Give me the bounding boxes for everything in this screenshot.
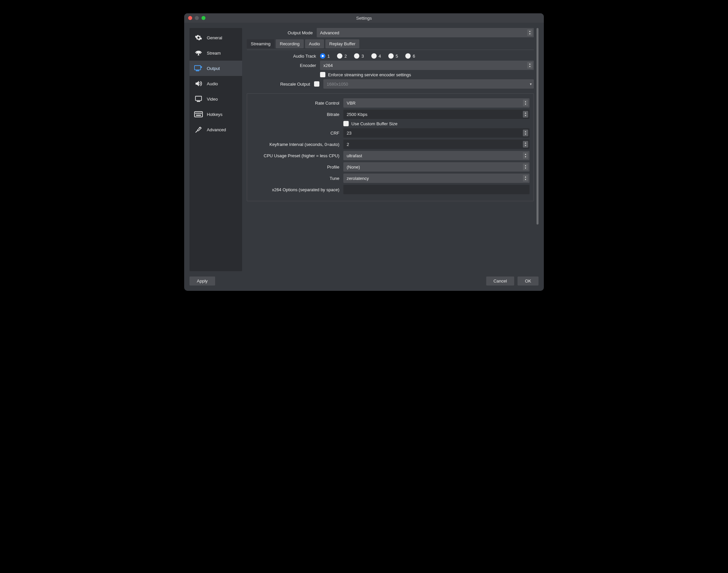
svg-rect-6	[195, 113, 196, 114]
radio-icon	[371, 53, 377, 59]
profile-select[interactable]: (None)	[343, 162, 529, 171]
window-title: Settings	[184, 16, 544, 21]
tune-row: Tune zerolatency	[248, 173, 529, 183]
output-tabs: Streaming Recording Audio Replay Buffer	[247, 39, 534, 48]
sidebar-item-hotkeys[interactable]: Hotkeys	[189, 107, 242, 122]
encoder-row: Encoder x264	[247, 61, 534, 70]
bitrate-input[interactable]: 2500 Kbps	[343, 110, 529, 119]
stepper-icon	[523, 175, 528, 181]
tab-audio[interactable]: Audio	[305, 39, 324, 48]
output-mode-value: Advanced	[320, 30, 339, 35]
broadcast-icon	[194, 49, 203, 57]
sidebar-item-video[interactable]: Video	[189, 91, 242, 107]
sidebar-item-label: Output	[207, 66, 220, 71]
encoder-value: x264	[323, 63, 333, 68]
monitor-icon	[194, 95, 203, 103]
sidebar-item-audio[interactable]: Audio	[189, 76, 242, 91]
audio-track-radio-4[interactable]: 4	[371, 53, 381, 59]
sidebar-item-label: General	[207, 35, 222, 40]
rescale-label: Rescale Output	[247, 82, 311, 87]
keyframe-input[interactable]: 2	[343, 140, 529, 149]
apply-button[interactable]: Apply	[189, 276, 215, 285]
settings-window: Settings General Stream Output	[184, 13, 544, 291]
close-icon[interactable]	[188, 16, 192, 20]
sidebar-item-label: Advanced	[207, 127, 226, 132]
sidebar-item-general[interactable]: General	[189, 30, 242, 45]
tab-streaming[interactable]: Streaming	[247, 39, 274, 48]
ok-button[interactable]: OK	[517, 276, 539, 285]
svg-rect-10	[201, 113, 202, 114]
zoom-icon[interactable]	[202, 16, 206, 20]
titlebar: Settings	[184, 13, 544, 23]
output-mode-select[interactable]: Advanced	[317, 28, 534, 37]
window-controls	[184, 16, 206, 20]
custom-buffer-checkbox[interactable]: Use Custom Buffer Size	[343, 121, 529, 126]
settings-sidebar: General Stream Output Audio	[189, 28, 242, 271]
sidebar-item-label: Stream	[207, 51, 221, 56]
rescale-select[interactable]: 1680x1050 ▾	[323, 79, 534, 89]
sidebar-item-label: Video	[207, 97, 218, 102]
profile-row: Profile (None)	[248, 162, 529, 171]
tune-select[interactable]: zerolatency	[343, 173, 529, 183]
enforce-label: Enforce streaming service encoder settin…	[328, 72, 411, 77]
stepper-icon[interactable]	[523, 111, 528, 118]
x264opts-input[interactable]	[343, 185, 529, 194]
svg-rect-7	[197, 113, 198, 114]
svg-rect-5	[194, 112, 203, 117]
crf-label: CRF	[248, 131, 340, 136]
sidebar-item-label: Hotkeys	[207, 112, 222, 117]
audio-track-radio-5[interactable]: 5	[388, 53, 398, 59]
dialog-footer: Apply Cancel OK	[184, 276, 544, 291]
enforce-checkbox[interactable]: Enforce streaming service encoder settin…	[320, 72, 534, 77]
svg-rect-4	[197, 101, 200, 102]
output-settings-panel: Output Mode Advanced Streaming Recording…	[247, 28, 539, 271]
speaker-icon	[194, 80, 203, 87]
tab-recording[interactable]: Recording	[276, 39, 303, 48]
tab-replay-buffer[interactable]: Replay Buffer	[325, 39, 360, 48]
encoder-select[interactable]: x264	[320, 61, 534, 70]
rate-control-select[interactable]: VBR	[343, 98, 529, 108]
audio-track-label: Audio Track	[247, 54, 317, 59]
audio-track-radio-3[interactable]: 3	[354, 53, 364, 59]
audio-track-radio-2[interactable]: 2	[337, 53, 347, 59]
tune-label: Tune	[248, 176, 340, 181]
radio-icon	[337, 53, 342, 59]
stepper-icon[interactable]	[523, 141, 528, 148]
radio-icon	[320, 53, 325, 59]
svg-rect-1	[194, 66, 201, 70]
output-icon	[194, 65, 203, 72]
sidebar-item-output[interactable]: Output	[189, 61, 242, 76]
cancel-button[interactable]: Cancel	[486, 276, 514, 285]
scrollbar-thumb[interactable]	[537, 28, 539, 224]
audio-track-radio-1[interactable]: 1	[320, 53, 330, 59]
rescale-row: Rescale Output 1680x1050 ▾	[247, 79, 534, 89]
stepper-icon	[523, 164, 528, 170]
rescale-checkbox[interactable]	[314, 81, 319, 87]
encoder-label: Encoder	[247, 63, 317, 68]
audio-track-radio-6[interactable]: 6	[405, 53, 415, 59]
bitrate-label: Bitrate	[248, 112, 340, 117]
radio-icon	[388, 53, 394, 59]
preset-row: CPU Usage Preset (higher = less CPU) ult…	[248, 151, 529, 160]
keyframe-row: Keyframe Interval (seconds, 0=auto) 2	[248, 140, 529, 149]
keyboard-icon	[194, 111, 203, 118]
output-mode-label: Output Mode	[247, 30, 314, 35]
stepper-icon	[527, 62, 533, 69]
sidebar-item-stream[interactable]: Stream	[189, 45, 242, 61]
keyframe-label: Keyframe Interval (seconds, 0=auto)	[248, 142, 340, 147]
crf-input[interactable]: 23	[343, 128, 529, 138]
output-mode-row: Output Mode Advanced	[247, 28, 534, 37]
checkbox-icon	[314, 81, 319, 87]
profile-label: Profile	[248, 165, 340, 169]
encoder-settings-group: Rate Control VBR Bitrate 2500 Kbps	[247, 93, 534, 201]
tools-icon	[194, 126, 203, 133]
rescale-value: 1680x1050	[327, 82, 348, 87]
minimize-icon[interactable]	[195, 16, 199, 20]
radio-icon	[405, 53, 411, 59]
rate-control-label: Rate Control	[248, 101, 340, 106]
checkbox-icon	[320, 72, 325, 77]
checkbox-icon	[343, 121, 349, 126]
preset-select[interactable]: ultrafast	[343, 151, 529, 160]
stepper-icon[interactable]	[523, 129, 528, 136]
sidebar-item-advanced[interactable]: Advanced	[189, 122, 242, 137]
